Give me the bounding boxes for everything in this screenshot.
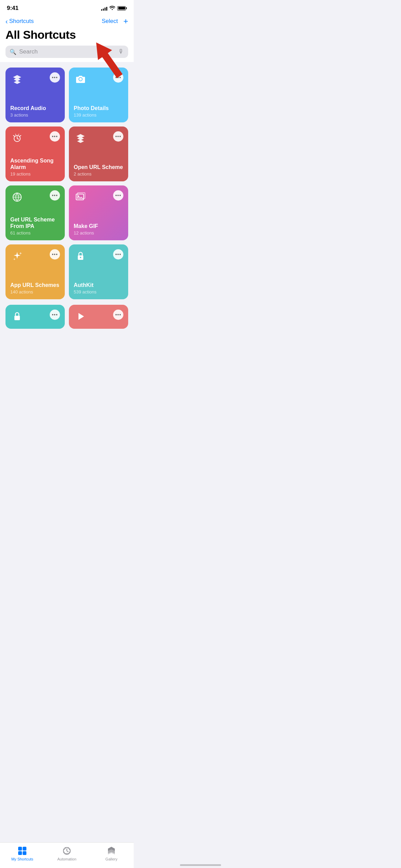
card-header: ••• bbox=[74, 72, 123, 86]
card-subtitle: 61 actions bbox=[10, 230, 60, 236]
shortcut-card-authkit[interactable]: ••• AuthKit 539 actions bbox=[69, 244, 128, 299]
svg-point-7 bbox=[80, 257, 81, 258]
card-header: ••• bbox=[74, 249, 123, 263]
more-button-record-audio[interactable]: ••• bbox=[50, 72, 60, 83]
status-bar: 9:41 bbox=[0, 0, 134, 14]
card-footer: Get URL Scheme From IPA 61 actions bbox=[10, 216, 60, 236]
layers-icon bbox=[74, 131, 87, 145]
add-shortcut-button[interactable]: + bbox=[123, 17, 128, 25]
card-footer: Make GIF 12 actions bbox=[74, 223, 123, 236]
more-dots-icon: ••• bbox=[115, 312, 121, 317]
alarm-icon bbox=[10, 131, 24, 145]
shortcut-card-photo-details[interactable]: ••• Photo Details 139 actions bbox=[69, 68, 128, 122]
chevron-left-icon: ‹ bbox=[5, 18, 8, 25]
card-subtitle: 139 actions bbox=[74, 112, 123, 118]
card-title: Ascending Song Alarm bbox=[10, 157, 60, 170]
signal-bar-1 bbox=[101, 9, 102, 11]
shortcut-card-open-url-scheme[interactable]: ••• Open URL Scheme 2 actions bbox=[69, 126, 128, 181]
shortcut-card-partial-1[interactable]: ••• bbox=[5, 305, 65, 329]
play-icon bbox=[74, 310, 87, 323]
status-time: 9:41 bbox=[7, 5, 19, 12]
page-title-section: All Shortcuts bbox=[0, 27, 134, 46]
card-header: ••• bbox=[10, 249, 60, 263]
lock-icon bbox=[10, 310, 24, 323]
page-title: All Shortcuts bbox=[5, 28, 128, 41]
card-title: AuthKit bbox=[74, 282, 123, 288]
more-button-make-gif[interactable]: ••• bbox=[113, 190, 123, 201]
layers-icon bbox=[10, 72, 24, 86]
camera-icon bbox=[74, 72, 87, 86]
card-title: App URL Schemes bbox=[10, 282, 60, 288]
card-footer: Photo Details 139 actions bbox=[74, 105, 123, 118]
more-dots-icon: ••• bbox=[52, 134, 58, 139]
shortcut-card-app-url-schemes[interactable]: ••• App URL Schemes 140 actions bbox=[5, 244, 65, 299]
more-dots-icon: ••• bbox=[52, 252, 58, 257]
card-footer: App URL Schemes 140 actions bbox=[10, 282, 60, 294]
select-button[interactable]: Select bbox=[102, 18, 118, 25]
more-button-photo-details[interactable]: ••• bbox=[113, 72, 123, 83]
card-subtitle: 140 actions bbox=[10, 289, 60, 294]
svg-point-5 bbox=[78, 195, 79, 197]
back-button[interactable]: ‹ Shortcuts bbox=[5, 18, 34, 25]
shortcut-card-make-gif[interactable]: ••• Make GIF 12 actions bbox=[69, 185, 128, 240]
more-dots-icon: ••• bbox=[115, 193, 121, 198]
card-subtitle: 19 actions bbox=[10, 171, 60, 177]
more-button-app-url-schemes[interactable]: ••• bbox=[50, 249, 60, 260]
wifi-icon bbox=[109, 5, 115, 11]
more-dots-icon: ••• bbox=[115, 75, 121, 80]
shortcut-card-ascending-song-alarm[interactable]: ••• Ascending Song Alarm 19 actions bbox=[5, 126, 65, 181]
card-title: Open URL Scheme bbox=[74, 164, 123, 170]
card-title: Photo Details bbox=[74, 105, 123, 111]
card-subtitle: 539 actions bbox=[74, 289, 123, 294]
more-button-partial-1[interactable]: ••• bbox=[50, 310, 60, 320]
svg-rect-8 bbox=[14, 316, 20, 320]
card-footer: Open URL Scheme 2 actions bbox=[74, 164, 123, 177]
photos-icon bbox=[74, 190, 87, 204]
microphone-icon[interactable]: 🎙 bbox=[118, 48, 124, 55]
svg-marker-9 bbox=[78, 313, 84, 320]
card-subtitle: 2 actions bbox=[74, 171, 123, 177]
signal-bar-2 bbox=[103, 9, 104, 11]
nav-actions: Select + bbox=[102, 17, 128, 25]
more-dots-icon: ••• bbox=[115, 134, 121, 139]
card-footer: AuthKit 539 actions bbox=[74, 282, 123, 294]
sparkle-icon bbox=[10, 249, 24, 263]
shortcut-card-partial-2[interactable]: ••• bbox=[69, 305, 128, 329]
more-button-ascending-song-alarm[interactable]: ••• bbox=[50, 131, 60, 142]
nav-bar: ‹ Shortcuts Select + bbox=[0, 14, 134, 27]
search-icon: 🔍 bbox=[10, 49, 16, 55]
signal-bar-4 bbox=[106, 7, 107, 11]
card-title: Make GIF bbox=[74, 223, 123, 229]
shortcut-card-record-audio[interactable]: ••• Record Audio 3 actions bbox=[5, 68, 65, 122]
search-bar[interactable]: 🔍 Search 🎙 bbox=[5, 46, 128, 58]
card-title: Record Audio bbox=[10, 105, 60, 111]
search-input[interactable]: Search bbox=[19, 48, 116, 55]
card-header: ••• bbox=[10, 131, 60, 145]
more-button-authkit[interactable]: ••• bbox=[113, 249, 123, 260]
card-header: ••• bbox=[10, 72, 60, 86]
card-footer: Record Audio 3 actions bbox=[10, 105, 60, 118]
card-header: ••• bbox=[74, 190, 123, 204]
signal-bars-icon bbox=[101, 6, 107, 11]
signal-bar-3 bbox=[105, 8, 106, 11]
card-footer: Ascending Song Alarm 19 actions bbox=[10, 157, 60, 177]
card-subtitle: 3 actions bbox=[10, 112, 60, 118]
status-icons bbox=[101, 5, 127, 11]
shortcut-card-get-url-scheme[interactable]: ••• Get URL Scheme From IPA 61 actions bbox=[5, 185, 65, 240]
card-subtitle: 12 actions bbox=[74, 230, 123, 236]
search-container: 🔍 Search 🎙 bbox=[0, 46, 134, 62]
lock-icon bbox=[74, 249, 87, 263]
more-dots-icon: ••• bbox=[115, 252, 121, 257]
more-dots-icon: ••• bbox=[52, 75, 58, 80]
partial-row: ••• ••• bbox=[0, 305, 134, 363]
more-button-partial-2[interactable]: ••• bbox=[113, 310, 123, 320]
battery-icon bbox=[117, 6, 127, 11]
more-dots-icon: ••• bbox=[52, 193, 58, 198]
shortcuts-grid: ••• Record Audio 3 actions ••• Photo Det… bbox=[0, 62, 134, 305]
more-button-get-url-scheme[interactable]: ••• bbox=[50, 190, 60, 201]
card-title: Get URL Scheme From IPA bbox=[10, 216, 60, 229]
globe-icon bbox=[10, 190, 24, 204]
back-label: Shortcuts bbox=[9, 18, 34, 25]
more-dots-icon: ••• bbox=[52, 312, 58, 317]
more-button-open-url-scheme[interactable]: ••• bbox=[113, 131, 123, 142]
